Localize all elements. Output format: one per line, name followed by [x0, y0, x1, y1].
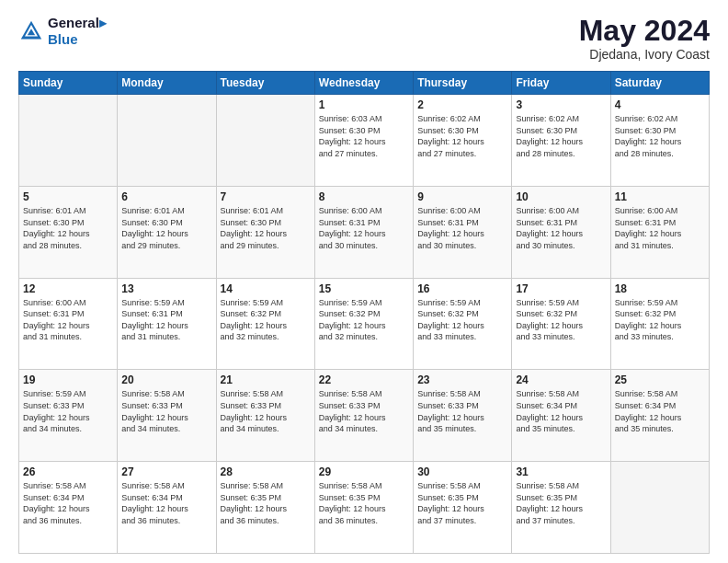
day-info: Sunrise: 6:00 AM Sunset: 6:31 PM Dayligh… [319, 205, 409, 251]
day-info: Sunrise: 5:58 AM Sunset: 6:34 PM Dayligh… [615, 388, 705, 434]
calendar-header-saturday: Saturday [610, 72, 709, 95]
calendar-cell [610, 462, 709, 554]
day-info: Sunrise: 6:02 AM Sunset: 6:30 PM Dayligh… [417, 113, 507, 159]
day-info: Sunrise: 6:01 AM Sunset: 6:30 PM Dayligh… [221, 205, 311, 251]
day-number: 27 [121, 465, 211, 478]
logo-icon [18, 18, 44, 44]
calendar: SundayMondayTuesdayWednesdayThursdayFrid… [18, 71, 710, 554]
calendar-cell [19, 95, 118, 187]
calendar-cell: 6Sunrise: 6:01 AM Sunset: 6:30 PM Daylig… [118, 186, 216, 278]
calendar-cell: 11Sunrise: 6:00 AM Sunset: 6:31 PM Dayli… [610, 186, 709, 278]
day-info: Sunrise: 5:59 AM Sunset: 6:32 PM Dayligh… [615, 297, 705, 343]
calendar-cell: 26Sunrise: 5:58 AM Sunset: 6:34 PM Dayli… [19, 462, 118, 554]
subtitle: Djedana, Ivory Coast [579, 47, 710, 62]
day-number: 3 [516, 98, 606, 111]
day-number: 14 [221, 282, 311, 295]
day-info: Sunrise: 5:58 AM Sunset: 6:35 PM Dayligh… [221, 480, 311, 526]
calendar-cell: 2Sunrise: 6:02 AM Sunset: 6:30 PM Daylig… [414, 95, 512, 187]
day-info: Sunrise: 5:58 AM Sunset: 6:34 PM Dayligh… [23, 480, 113, 526]
calendar-cell: 20Sunrise: 5:58 AM Sunset: 6:33 PM Dayli… [118, 370, 216, 462]
day-number: 8 [319, 190, 409, 203]
calendar-cell: 12Sunrise: 6:00 AM Sunset: 6:31 PM Dayli… [19, 278, 118, 370]
day-number: 23 [417, 373, 507, 386]
calendar-cell: 18Sunrise: 5:59 AM Sunset: 6:32 PM Dayli… [610, 278, 709, 370]
calendar-cell: 14Sunrise: 5:59 AM Sunset: 6:32 PM Dayli… [216, 278, 314, 370]
day-info: Sunrise: 6:01 AM Sunset: 6:30 PM Dayligh… [23, 205, 113, 251]
calendar-cell: 22Sunrise: 5:58 AM Sunset: 6:33 PM Dayli… [314, 370, 413, 462]
main-title: May 2024 [579, 15, 710, 47]
calendar-header-tuesday: Tuesday [216, 72, 314, 95]
day-number: 5 [23, 190, 113, 203]
day-info: Sunrise: 5:58 AM Sunset: 6:33 PM Dayligh… [319, 388, 409, 434]
day-info: Sunrise: 6:00 AM Sunset: 6:31 PM Dayligh… [417, 205, 507, 251]
calendar-cell: 25Sunrise: 5:58 AM Sunset: 6:34 PM Dayli… [610, 370, 709, 462]
day-info: Sunrise: 6:00 AM Sunset: 6:31 PM Dayligh… [615, 205, 705, 251]
day-number: 15 [319, 282, 409, 295]
calendar-cell: 17Sunrise: 5:59 AM Sunset: 6:32 PM Dayli… [512, 278, 610, 370]
calendar-week-2: 5Sunrise: 6:01 AM Sunset: 6:30 PM Daylig… [19, 186, 710, 278]
day-info: Sunrise: 5:58 AM Sunset: 6:33 PM Dayligh… [221, 388, 311, 434]
calendar-header-row: SundayMondayTuesdayWednesdayThursdayFrid… [19, 72, 710, 95]
calendar-header-friday: Friday [512, 72, 610, 95]
day-info: Sunrise: 5:59 AM Sunset: 6:33 PM Dayligh… [23, 388, 113, 434]
calendar-header-monday: Monday [118, 72, 216, 95]
day-number: 29 [319, 465, 409, 478]
calendar-cell: 30Sunrise: 5:58 AM Sunset: 6:35 PM Dayli… [414, 462, 512, 554]
day-number: 18 [615, 282, 705, 295]
day-info: Sunrise: 6:03 AM Sunset: 6:30 PM Dayligh… [319, 113, 409, 159]
calendar-cell: 7Sunrise: 6:01 AM Sunset: 6:30 PM Daylig… [216, 186, 314, 278]
calendar-cell: 19Sunrise: 5:59 AM Sunset: 6:33 PM Dayli… [19, 370, 118, 462]
calendar-cell: 9Sunrise: 6:00 AM Sunset: 6:31 PM Daylig… [414, 186, 512, 278]
day-number: 30 [417, 465, 507, 478]
day-info: Sunrise: 5:58 AM Sunset: 6:34 PM Dayligh… [121, 480, 211, 526]
day-number: 1 [319, 98, 409, 111]
calendar-cell: 5Sunrise: 6:01 AM Sunset: 6:30 PM Daylig… [19, 186, 118, 278]
calendar-week-5: 26Sunrise: 5:58 AM Sunset: 6:34 PM Dayli… [19, 462, 710, 554]
calendar-cell: 23Sunrise: 5:58 AM Sunset: 6:33 PM Dayli… [414, 370, 512, 462]
day-number: 2 [417, 98, 507, 111]
day-number: 17 [516, 282, 606, 295]
calendar-cell [118, 95, 216, 187]
day-number: 19 [23, 373, 113, 386]
day-number: 26 [23, 465, 113, 478]
day-number: 4 [615, 98, 705, 111]
day-info: Sunrise: 6:01 AM Sunset: 6:30 PM Dayligh… [121, 205, 211, 251]
day-info: Sunrise: 5:58 AM Sunset: 6:35 PM Dayligh… [319, 480, 409, 526]
calendar-cell: 16Sunrise: 5:59 AM Sunset: 6:32 PM Dayli… [414, 278, 512, 370]
day-info: Sunrise: 6:00 AM Sunset: 6:31 PM Dayligh… [516, 205, 606, 251]
day-info: Sunrise: 5:59 AM Sunset: 6:31 PM Dayligh… [121, 297, 211, 343]
day-number: 7 [221, 190, 311, 203]
logo: General▸ Blue [18, 15, 107, 48]
calendar-week-3: 12Sunrise: 6:00 AM Sunset: 6:31 PM Dayli… [19, 278, 710, 370]
calendar-cell: 15Sunrise: 5:59 AM Sunset: 6:32 PM Dayli… [314, 278, 413, 370]
calendar-cell: 28Sunrise: 5:58 AM Sunset: 6:35 PM Dayli… [216, 462, 314, 554]
day-info: Sunrise: 5:58 AM Sunset: 6:34 PM Dayligh… [516, 388, 606, 434]
logo-text: General▸ Blue [48, 15, 107, 48]
day-number: 13 [121, 282, 211, 295]
day-number: 21 [221, 373, 311, 386]
calendar-week-1: 1Sunrise: 6:03 AM Sunset: 6:30 PM Daylig… [19, 95, 710, 187]
calendar-cell: 8Sunrise: 6:00 AM Sunset: 6:31 PM Daylig… [314, 186, 413, 278]
day-number: 6 [121, 190, 211, 203]
page: General▸ Blue May 2024 Djedana, Ivory Co… [0, 0, 728, 563]
day-info: Sunrise: 6:00 AM Sunset: 6:31 PM Dayligh… [23, 297, 113, 343]
calendar-cell: 3Sunrise: 6:02 AM Sunset: 6:30 PM Daylig… [512, 95, 610, 187]
calendar-cell: 27Sunrise: 5:58 AM Sunset: 6:34 PM Dayli… [118, 462, 216, 554]
calendar-cell: 29Sunrise: 5:58 AM Sunset: 6:35 PM Dayli… [314, 462, 413, 554]
day-info: Sunrise: 5:58 AM Sunset: 6:33 PM Dayligh… [417, 388, 507, 434]
calendar-cell: 24Sunrise: 5:58 AM Sunset: 6:34 PM Dayli… [512, 370, 610, 462]
day-info: Sunrise: 5:59 AM Sunset: 6:32 PM Dayligh… [221, 297, 311, 343]
day-info: Sunrise: 6:02 AM Sunset: 6:30 PM Dayligh… [516, 113, 606, 159]
header: General▸ Blue May 2024 Djedana, Ivory Co… [18, 15, 710, 62]
day-number: 24 [516, 373, 606, 386]
day-number: 25 [615, 373, 705, 386]
calendar-cell: 31Sunrise: 5:58 AM Sunset: 6:35 PM Dayli… [512, 462, 610, 554]
day-number: 16 [417, 282, 507, 295]
calendar-cell: 4Sunrise: 6:02 AM Sunset: 6:30 PM Daylig… [610, 95, 709, 187]
calendar-header-wednesday: Wednesday [314, 72, 413, 95]
day-number: 11 [615, 190, 705, 203]
day-number: 10 [516, 190, 606, 203]
day-number: 20 [121, 373, 211, 386]
calendar-cell: 13Sunrise: 5:59 AM Sunset: 6:31 PM Dayli… [118, 278, 216, 370]
calendar-cell: 1Sunrise: 6:03 AM Sunset: 6:30 PM Daylig… [314, 95, 413, 187]
